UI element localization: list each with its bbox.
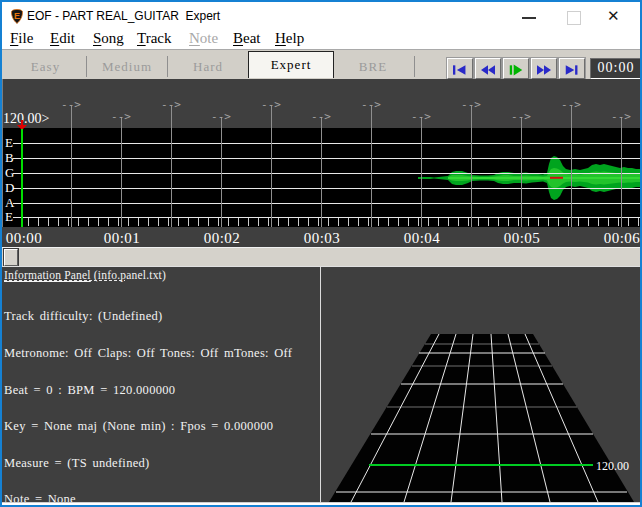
string-label: E: [5, 135, 17, 151]
info-line: Note = None: [4, 493, 320, 503]
waveform-red-marker: [550, 177, 563, 179]
eof-window: E EOF - PART REAL_GUITAR Expert ✕ File E…: [0, 0, 642, 507]
app-icon: E: [9, 7, 25, 25]
difficulty-tab-bar: Easy Medium Hard Expert BRE: [2, 50, 640, 79]
close-icon[interactable]: ✕: [607, 7, 620, 25]
tab-easy[interactable]: Easy: [5, 56, 86, 77]
menu-file[interactable]: File: [10, 30, 33, 47]
beat-line: [421, 117, 422, 227]
go-to-end-icon: [561, 63, 583, 77]
tab-bre[interactable]: BRE: [332, 56, 414, 77]
fast-forward-icon: [533, 63, 555, 77]
play-icon: [505, 63, 527, 77]
info-line: Metronome: Off Claps: Off Tones: Off mTo…: [4, 347, 320, 359]
minimize-icon[interactable]: [522, 17, 536, 19]
horizontal-scrollbar[interactable]: [2, 247, 640, 266]
beat-line: [521, 117, 522, 227]
time-display: 00:00: [590, 58, 642, 79]
waveform-center-line: [448, 177, 640, 179]
beat-arrow[interactable]: -->: [207, 110, 235, 123]
beat-arrow[interactable]: -->: [57, 98, 85, 111]
menu-beat[interactable]: Beat: [233, 30, 261, 47]
string-label: D: [5, 180, 17, 196]
timeline-label: 00:06: [600, 230, 640, 247]
seek-position-line: [21, 129, 23, 227]
3d-preview-panel: 120.00: [321, 266, 640, 503]
beat-arrow[interactable]: -->: [507, 110, 535, 123]
maximize-icon[interactable]: [567, 11, 581, 25]
svg-text:E: E: [14, 11, 20, 21]
beat-line: [121, 117, 122, 227]
window-title: EOF - PART REAL_GUITAR Expert: [27, 9, 220, 23]
3d-board: [329, 334, 634, 502]
info-panel-divider: [4, 280, 125, 281]
info-line: Track difficulty: (Undefined): [4, 310, 320, 322]
string-label: G: [5, 165, 17, 181]
string-label: E: [5, 209, 17, 225]
timeline-label: 00:00: [2, 230, 46, 247]
beat-arrow[interactable]: -->: [157, 98, 185, 111]
beat-line: [471, 106, 472, 227]
string-line: [13, 158, 640, 159]
play-button[interactable]: [503, 58, 529, 79]
beat-arrow[interactable]: -->: [257, 98, 285, 111]
time-ruler-ticks: [28, 218, 640, 226]
tab-expert[interactable]: Expert: [248, 51, 334, 78]
timeline-label: 00:01: [100, 230, 144, 247]
rewind-icon: [477, 63, 499, 77]
beat-arrow[interactable]: -->: [107, 110, 135, 123]
beat-line: [621, 117, 622, 227]
menu-edit[interactable]: Edit: [50, 30, 75, 47]
menu-note: Note: [189, 30, 218, 47]
string-line: [13, 173, 640, 174]
title-bar[interactable]: E EOF - PART REAL_GUITAR Expert ✕: [2, 2, 640, 28]
go-to-start-icon: [449, 63, 471, 77]
3d-fretboard: 120.00: [321, 267, 638, 502]
note-editor[interactable]: E B G D A E --> --> --> --> --> --> --> …: [2, 79, 640, 266]
beat-arrow[interactable]: -->: [557, 98, 585, 111]
string-line: [13, 143, 640, 144]
menu-help[interactable]: Help: [275, 30, 304, 47]
go-to-end-button[interactable]: [559, 58, 585, 79]
menu-track[interactable]: Track: [137, 30, 171, 47]
beat-line: [571, 106, 572, 227]
menu-bar: File Edit Song Track Note Beat Help: [2, 28, 640, 50]
info-panel-body: Track difficulty: (Undefined) Metronome:…: [4, 286, 320, 503]
tab-hard[interactable]: Hard: [168, 56, 248, 77]
timeline-label: 00:03: [300, 230, 344, 247]
3d-bpm-label: 120.00: [596, 459, 629, 473]
tab-medium[interactable]: Medium: [87, 56, 167, 77]
go-to-start-button[interactable]: [447, 58, 473, 79]
beat-line: [221, 117, 222, 227]
info-line: Key = None maj (None min) : Fpos = 0.000…: [4, 420, 320, 432]
beat-arrow[interactable]: -->: [457, 98, 485, 111]
string-line: [13, 203, 640, 204]
beat-line: [321, 117, 322, 227]
timeline-label: 00:04: [400, 230, 444, 247]
timeline-label: 00:02: [200, 230, 244, 247]
beat-line: [171, 106, 172, 227]
timeline-label: 00:05: [500, 230, 544, 247]
rewind-button[interactable]: [475, 58, 501, 79]
tab-divider: [414, 56, 415, 77]
beat-line: [71, 106, 72, 227]
info-line: Measure = (TS undefined): [4, 457, 320, 469]
beat-arrow[interactable]: -->: [307, 110, 335, 123]
beat-arrow[interactable]: -->: [607, 110, 635, 123]
beat-arrow[interactable]: -->: [407, 110, 435, 123]
fast-forward-button[interactable]: [531, 58, 557, 79]
scrollbar-thumb[interactable]: [4, 249, 18, 266]
info-line: Beat = 0 : BPM = 120.000000: [4, 384, 320, 396]
beat-arrow[interactable]: -->: [357, 98, 385, 111]
information-panel: Information Panel (info.panel.txt) Track…: [2, 266, 321, 503]
menu-song[interactable]: Song: [93, 30, 124, 47]
editor-left-edge: [2, 79, 3, 227]
string-label: B: [5, 150, 17, 166]
string-line: [13, 188, 640, 189]
beat-line: [271, 106, 272, 227]
beat-line: [371, 106, 372, 227]
